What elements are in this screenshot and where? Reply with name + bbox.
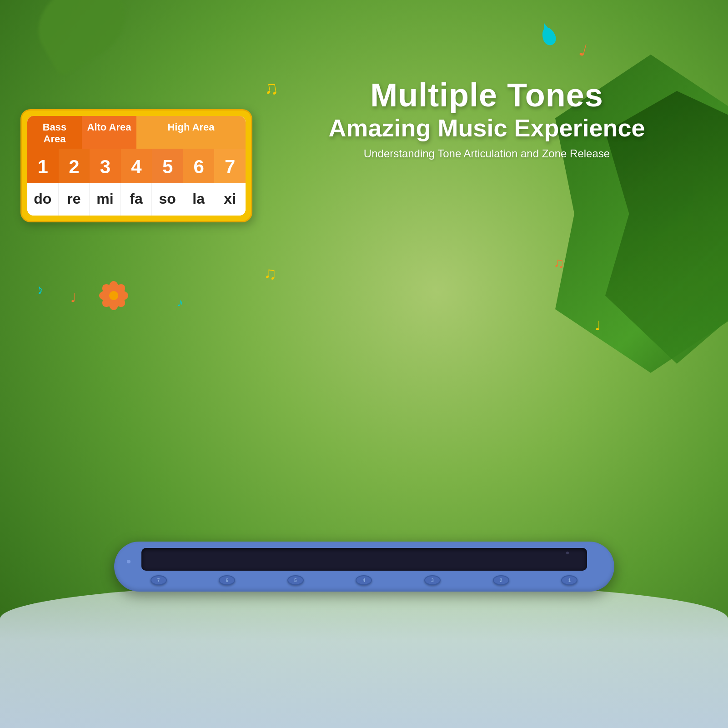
music-note-orange-left: ♩ [70,291,76,305]
flower-decoration [95,277,132,314]
inst-btn-6[interactable]: 6 [219,575,235,585]
instrument-device: 7 6 5 4 3 2 1 [114,542,614,592]
chart-num-5: 5 [152,149,183,183]
inst-btn-4-label: 4 [363,578,366,583]
inst-btn-1-label: 1 [568,578,571,583]
inst-btn-3-label: 3 [431,578,434,583]
chart-num-2: 2 [59,149,90,183]
music-note-yellow2: ♫ [264,264,277,283]
inst-btn-1[interactable]: 1 [561,575,577,585]
chart-sol-la: la [183,183,215,216]
music-note-yellow3: ♩ [595,318,601,333]
title-line1: Multiple Tones [264,77,710,113]
chart-sol-xi: xi [214,183,246,216]
instrument-buttons: 7 6 5 4 3 2 1 [151,575,578,585]
instrument-wrapper: 7 6 5 4 3 2 1 [0,542,728,592]
inst-btn-6-label: 6 [226,578,228,583]
chart-numbers-row: 1 2 3 4 5 6 7 [27,149,246,183]
inst-btn-3[interactable]: 3 [424,575,441,585]
inst-btn-5[interactable]: 5 [287,575,304,585]
chart-header-high: High Area [136,116,246,149]
instrument-screen [141,548,587,571]
inst-btn-5-label: 5 [294,578,297,583]
inst-btn-2-label: 2 [500,578,502,583]
chart-num-6: 6 [183,149,215,183]
music-note-orange2: ♫ [553,255,564,271]
chart-sol-re: re [59,183,90,216]
chart-header-alto: Alto Area [82,116,136,149]
chart-num-4: 4 [121,149,152,183]
chart-sol-fa: fa [121,183,152,216]
title-line2: Amazing Music Experience [264,113,710,143]
inst-btn-7-label: 7 [157,578,160,583]
chart-sol-so: so [152,183,183,216]
surface-decoration [0,582,728,728]
inst-btn-4[interactable]: 4 [356,575,372,585]
chart-num-1: 1 [27,149,59,183]
chart-num-3: 3 [90,149,121,183]
tone-chart-card: Bass Area Alto Area High Area 1 2 3 4 5 … [20,109,252,222]
chart-sol-mi: mi [90,183,121,216]
chart-sol-do: do [27,183,59,216]
chart-header: Bass Area Alto Area High Area [27,116,246,149]
chart-header-bass: Bass Area [27,116,82,149]
title-description: Understanding Tone Articulation and Zone… [264,147,710,160]
inst-btn-7[interactable]: 7 [151,575,167,585]
instrument-dot [127,560,131,563]
title-section: Multiple Tones Amazing Music Experience … [264,77,710,160]
chart-inner: Bass Area Alto Area High Area 1 2 3 4 5 … [27,116,246,216]
chart-solfege-row: do re mi fa so la xi [27,183,246,216]
inst-btn-2[interactable]: 2 [493,575,509,585]
chart-num-7: 7 [214,149,246,183]
